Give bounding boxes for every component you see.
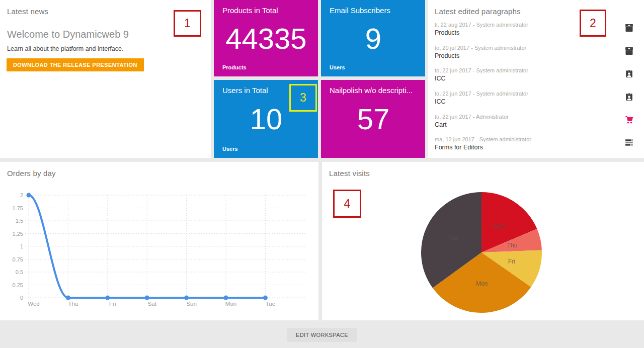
news-subtitle: Learn all about the platform and interfa…	[7, 45, 211, 52]
tile-email-subscribers[interactable]: Email Subscribers 9 Users	[321, 0, 425, 76]
paragraph-list-item[interactable]: to, 22 jun 2017 - Administrator Cart	[428, 111, 644, 134]
paragraph-title: Cart	[435, 121, 614, 128]
forms-icon	[625, 138, 633, 147]
svg-text:0.75: 0.75	[13, 256, 23, 263]
svg-text:Fri: Fri	[109, 301, 116, 307]
news-title: Welcome to Dynamicweb 9	[7, 29, 211, 40]
paragraph-list-item[interactable]: ma, 12 jun 2017 - System administrator F…	[428, 134, 644, 157]
latest-visits-header: Latest visits	[322, 162, 644, 178]
archive-icon	[625, 47, 633, 55]
svg-text:Tue: Tue	[448, 235, 459, 242]
tile-value: 44335	[222, 13, 310, 64]
svg-text:2: 2	[20, 192, 23, 198]
paragraph-list-item[interactable]: to, 22 jun 2017 - System administrator I…	[428, 65, 644, 88]
svg-text:Tue: Tue	[266, 301, 275, 307]
tile-products-in-total[interactable]: Products in Total 44335 Products	[214, 0, 318, 76]
svg-text:Mon: Mon	[225, 301, 236, 307]
archive-icon	[625, 24, 633, 32]
paragraph-title: ICC	[435, 75, 614, 82]
tile-label: Products	[222, 64, 310, 71]
orders-line-chart: 00.250.50.7511.251.51.752WedThuFriSatSun…	[0, 162, 318, 320]
paragraph-list-item[interactable]: ti, 22 aug 2017 - System administrator P…	[428, 19, 644, 42]
tile-users-in-total[interactable]: Users in Total 10 Users	[214, 80, 318, 158]
svg-text:Sun: Sun	[186, 301, 196, 307]
paragraph-title: Products	[435, 52, 614, 59]
tile-nailpolish-wo-description[interactable]: Nailpolish w/o descripti... 57	[321, 80, 425, 158]
tile-value: 10	[222, 93, 310, 146]
paragraph-meta: to, 20 jul 2017 - System administrator	[435, 45, 614, 51]
svg-text:Thu: Thu	[68, 301, 78, 307]
paragraph-list-item[interactable]: to, 22 jun 2017 - System administrator I…	[428, 88, 644, 111]
paragraph-title: Products	[435, 29, 614, 36]
tile-label: Users	[330, 64, 417, 71]
orders-by-day-header: Orders by day	[0, 162, 318, 178]
svg-text:Wed: Wed	[28, 301, 39, 307]
svg-text:0.5: 0.5	[16, 269, 23, 275]
paragraph-meta: to, 22 jun 2017 - Administrator	[435, 114, 614, 120]
orders-by-day-panel: Orders by day 00.250.50.7511.251.51.752W…	[0, 162, 318, 320]
svg-text:1.75: 1.75	[13, 205, 23, 211]
user-card-icon	[625, 93, 633, 101]
cart-icon	[625, 116, 633, 124]
tile-value: 57	[330, 93, 417, 146]
paragraph-title: Forms for Editors	[435, 144, 614, 151]
download-release-button[interactable]: DOWNLOAD THE RELEASE PRESENTATION	[7, 58, 144, 71]
latest-news-header: Latest news	[0, 0, 211, 16]
svg-text:Mon: Mon	[476, 280, 488, 287]
paragraph-meta: to, 22 jun 2017 - System administrator	[435, 67, 614, 73]
paragraph-list: ti, 22 aug 2017 - System administrator P…	[428, 19, 644, 157]
user-card-icon	[625, 69, 633, 78]
svg-text:Wed: Wed	[493, 223, 505, 230]
svg-text:0: 0	[20, 295, 23, 301]
latest-edited-paragraphs-header: Latest edited paragraphs	[428, 0, 644, 16]
latest-visits-panel: Latest visits WedThuFriMonTue	[322, 162, 644, 320]
svg-text:Fri: Fri	[508, 258, 515, 265]
tile-label	[330, 146, 417, 153]
svg-text:1: 1	[20, 243, 23, 249]
footer-bar: EDIT WORKSPACE	[0, 320, 644, 348]
paragraph-meta: ti, 22 aug 2017 - System administrator	[435, 22, 614, 28]
edit-workspace-button[interactable]: EDIT WORKSPACE	[287, 328, 357, 342]
svg-text:0.25: 0.25	[13, 282, 23, 288]
svg-text:Thu: Thu	[507, 242, 518, 249]
tile-value: 9	[330, 13, 417, 64]
paragraph-meta: ma, 12 jun 2017 - System administrator	[435, 136, 614, 142]
latest-news-panel: Latest news Welcome to Dynamicweb 9 Lear…	[0, 0, 211, 158]
paragraph-list-item[interactable]: to, 20 jul 2017 - System administrator P…	[428, 42, 644, 65]
paragraph-meta: to, 22 jun 2017 - System administrator	[435, 91, 614, 97]
tiles-grid: Products in Total 44335 Products Email S…	[214, 0, 425, 158]
svg-text:Sat: Sat	[148, 301, 157, 307]
paragraph-title: ICC	[435, 98, 614, 105]
svg-text:1.5: 1.5	[16, 218, 23, 224]
svg-text:1.25: 1.25	[13, 231, 23, 237]
visits-pie-chart: WedThuFriMonTue	[322, 162, 644, 320]
tile-label: Users	[222, 146, 310, 153]
latest-edited-paragraphs-panel: Latest edited paragraphs ti, 22 aug 2017…	[428, 0, 644, 158]
